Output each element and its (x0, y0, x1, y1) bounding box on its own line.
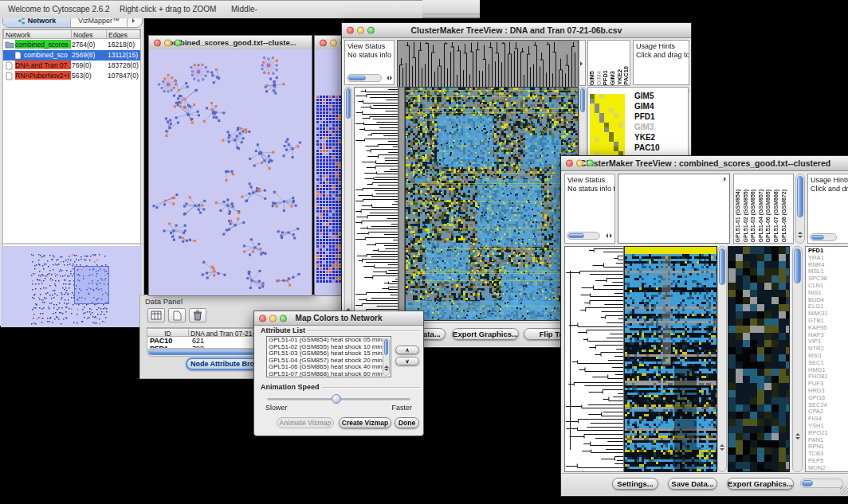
zoom-window-icon[interactable] (175, 39, 182, 46)
minimize-icon[interactable] (164, 39, 171, 46)
tv2-column-dendrogram-panel[interactable] (618, 174, 730, 244)
zoom-window-icon[interactable] (280, 315, 287, 322)
minimize-icon[interactable] (269, 315, 277, 322)
col-network[interactable]: Network (3, 29, 72, 39)
column-label: GPL51-02 (GSM855) (742, 189, 750, 243)
tv1-cluster-matrix[interactable] (590, 94, 625, 161)
minimize-icon[interactable] (576, 160, 583, 167)
create-vizmap-label: Create Vizmap (342, 419, 388, 427)
tv2-hints-hscrollbar[interactable] (810, 233, 837, 241)
scroll-right-icon[interactable] (610, 233, 614, 238)
treeview1-titlebar[interactable]: ClusterMaker TreeView : DNA and Tran 07-… (342, 23, 691, 38)
network-overview-panel[interactable] (1, 243, 143, 327)
network-table: Network Nodes Edges combined_scores 2764… (2, 29, 141, 275)
tv1-view-status-title: View Status (345, 41, 394, 51)
attribute-table-button[interactable] (147, 308, 165, 322)
background-network-titlebar[interactable] (315, 36, 342, 50)
tv2-settings-button[interactable]: Settings... (612, 478, 658, 490)
tv2-labels-vscrollbar[interactable] (795, 174, 805, 244)
speed-slider-thumb[interactable] (332, 394, 341, 404)
scroll-left-icon[interactable] (384, 76, 389, 80)
gene-label[interactable]: GIM4 (634, 101, 660, 111)
tv2-heatmap[interactable] (624, 246, 717, 472)
attribute-item[interactable]: GPL51-07 (GSM868) heat shock 60 min (267, 371, 391, 377)
close-icon[interactable] (259, 315, 266, 322)
scroll-right-icon[interactable] (390, 76, 395, 80)
scroll-left-icon[interactable] (603, 233, 608, 238)
col-edges[interactable]: Edges (107, 29, 140, 39)
slower-label: Slower (265, 404, 288, 412)
tv1-left-vscrollbar[interactable] (344, 87, 352, 319)
gene-label[interactable]: YKE2 (634, 132, 660, 143)
tv2-genes-vscrollbar[interactable] (792, 246, 803, 472)
id-column-header[interactable]: ID (147, 328, 189, 337)
col-nodes[interactable]: Nodes (72, 29, 107, 39)
tv1-heatmap[interactable] (405, 87, 579, 321)
treeview2-title: ClusterMaker TreeView : combined_scores_… (580, 158, 830, 168)
create-vizmap-button[interactable]: Create Vizmap (339, 417, 391, 428)
done-button[interactable]: Done (395, 417, 419, 428)
dialog-titlebar[interactable]: Map Colors to Network (254, 311, 423, 326)
minimize-icon[interactable] (330, 39, 337, 46)
tv2-export-graphics-button[interactable]: Export Graphics... (727, 478, 794, 490)
tv1-usage-hints-title: Usage Hints (634, 41, 689, 51)
network-nodes: 769(0) (72, 61, 107, 69)
tv2-heatmap-vscrollbar[interactable] (717, 246, 727, 472)
close-icon[interactable] (347, 27, 354, 34)
gene-label[interactable]: GIM5 (634, 91, 660, 101)
tv1-dendro-spacer (579, 40, 586, 86)
network-row[interactable]: DNA and Tran 07 769(0) 183728(0) (3, 61, 140, 71)
gene-label[interactable]: PAC10 (634, 143, 660, 153)
tv2-save-data-button[interactable]: Save Data... (668, 478, 717, 490)
close-icon[interactable] (320, 39, 327, 46)
network-name: RNAPuberNov2+I (15, 71, 71, 80)
tv1-export-graphics-button[interactable]: Export Graphics... (452, 328, 519, 340)
tv1-column-dendrogram[interactable] (397, 40, 579, 88)
network-name: DNA and Tran 07 (15, 61, 71, 69)
tv2-global-heatmap[interactable] (728, 246, 790, 472)
done-label: Done (398, 419, 415, 427)
network-row[interactable]: combined_scores 2764(0) 16218(0) (3, 40, 140, 50)
new-attribute-button[interactable] (168, 308, 186, 322)
tv2-row-dendrogram[interactable] (564, 246, 624, 472)
move-down-button[interactable]: ∨ (395, 357, 419, 365)
tv1-row-dendrogram[interactable] (354, 87, 398, 321)
tv1-gene-labels: GIM5GIM4PFD1GIM3YKE2PAC10 (634, 91, 660, 153)
network-nodes: 2764(0) (72, 40, 107, 49)
column-label: GPL51-01 (GSM854) (734, 189, 742, 243)
network-overview-thumbnail[interactable] (1, 246, 142, 327)
tv1-column-labels: GIM5GIM4PFD1GIM3YKE2PAC10 (588, 41, 630, 85)
zoom-window-icon[interactable] (587, 160, 594, 167)
network-view-titlebar[interactable]: combined_scores_good.txt--cluste... (149, 36, 312, 50)
move-up-button[interactable]: ∧ (395, 346, 419, 354)
tv2-bottom-hscrollbar[interactable] (800, 479, 843, 488)
network-edges: 107847(0) (108, 71, 142, 80)
gene-label[interactable]: MON2 (808, 465, 848, 472)
column-label: GPL51-04 (GSM857) (757, 189, 765, 243)
settings-label: Settings... (617, 479, 653, 488)
table-icon (151, 311, 162, 320)
attribute-list-vscrollbar[interactable] (383, 338, 390, 376)
attribute-list: GPL51-01 (GSM854) heat shock 05 minGPL51… (266, 336, 391, 377)
status-hint-pan: Middle- (231, 5, 257, 14)
treeview2-titlebar[interactable]: ClusterMaker TreeView : combined_scores_… (561, 156, 848, 171)
resize-grip[interactable] (840, 486, 848, 495)
network-row-selected[interactable]: combined_sco 2569(6) 13112(15) (3, 50, 140, 61)
animate-vizmap-button[interactable]: Animate Vizmap (277, 417, 334, 428)
zoom-window-icon[interactable] (367, 27, 375, 34)
grid-network-canvas[interactable] (315, 49, 342, 295)
gene-label[interactable]: PFD1 (634, 111, 660, 122)
close-icon[interactable] (566, 160, 573, 167)
tv1-status-hscrollbar[interactable] (347, 74, 382, 82)
folder-icon (5, 41, 14, 49)
up-arrow-label: ∧ (405, 347, 409, 354)
network-row[interactable]: RNAPuberNov2+I 563(0) 107847(0) (3, 71, 140, 81)
minimize-icon[interactable] (357, 27, 364, 34)
background-network-window (314, 35, 343, 296)
gene-label[interactable]: GIM3 (634, 122, 660, 132)
network-canvas[interactable] (149, 49, 312, 295)
close-icon[interactable] (154, 39, 161, 46)
faster-label: Faster (391, 404, 412, 412)
tv2-status-hscrollbar[interactable] (567, 232, 600, 240)
delete-attribute-button[interactable] (189, 308, 206, 322)
